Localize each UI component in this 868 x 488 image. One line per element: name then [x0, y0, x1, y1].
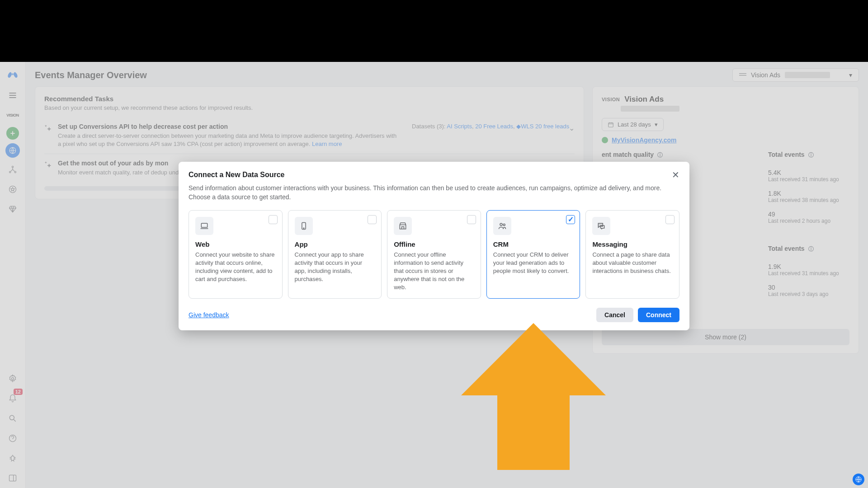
give-feedback-link[interactable]: Give feedback	[189, 311, 229, 319]
option-desc: Connect your CRM to deliver your lead ge…	[493, 251, 574, 276]
option-title: Web	[195, 240, 276, 248]
phone-icon	[295, 217, 313, 235]
option-crm[interactable]: ✓ CRM Connect your CRM to deliver your l…	[486, 210, 580, 299]
chat-icon	[592, 217, 610, 235]
people-icon	[493, 217, 511, 235]
laptop-icon	[195, 217, 213, 235]
modal-title: Connect a New Data Source	[189, 171, 679, 179]
option-desc: Connect your offline information to send…	[394, 251, 474, 292]
option-desc: Connect your app to share activity that …	[295, 251, 375, 284]
svg-point-16	[500, 223, 502, 225]
checkbox-icon	[368, 215, 377, 224]
checkbox-icon	[467, 215, 476, 224]
connect-button[interactable]: Connect	[638, 308, 679, 322]
option-title: Messaging	[592, 240, 673, 248]
close-icon[interactable]: ✕	[669, 168, 682, 182]
top-black-bar	[0, 0, 868, 62]
svg-point-17	[503, 224, 505, 225]
option-title: CRM	[493, 240, 574, 248]
option-desc: Connect your website to share activity t…	[195, 251, 276, 284]
store-icon	[394, 217, 412, 235]
connect-data-source-modal: ✕ Connect a New Data Source Send informa…	[179, 162, 689, 330]
cancel-button[interactable]: Cancel	[596, 308, 633, 322]
checkbox-icon	[665, 215, 675, 224]
option-desc: Connect a page to share data about valua…	[592, 251, 673, 276]
checkbox-checked-icon: ✓	[566, 215, 575, 224]
option-offline[interactable]: Offline Connect your offline information…	[387, 210, 481, 299]
option-title: App	[295, 240, 375, 248]
svg-rect-13	[201, 223, 207, 227]
option-app[interactable]: App Connect your app to share activity t…	[288, 210, 382, 299]
checkbox-icon	[269, 215, 278, 224]
globe-floating-icon[interactable]	[853, 474, 864, 485]
option-web[interactable]: Web Connect your website to share activi…	[189, 210, 283, 299]
option-title: Offline	[394, 240, 474, 248]
svg-point-15	[303, 228, 304, 229]
modal-description: Send information about customer interact…	[189, 183, 679, 202]
option-messaging[interactable]: Messaging Connect a page to share data a…	[585, 210, 679, 299]
